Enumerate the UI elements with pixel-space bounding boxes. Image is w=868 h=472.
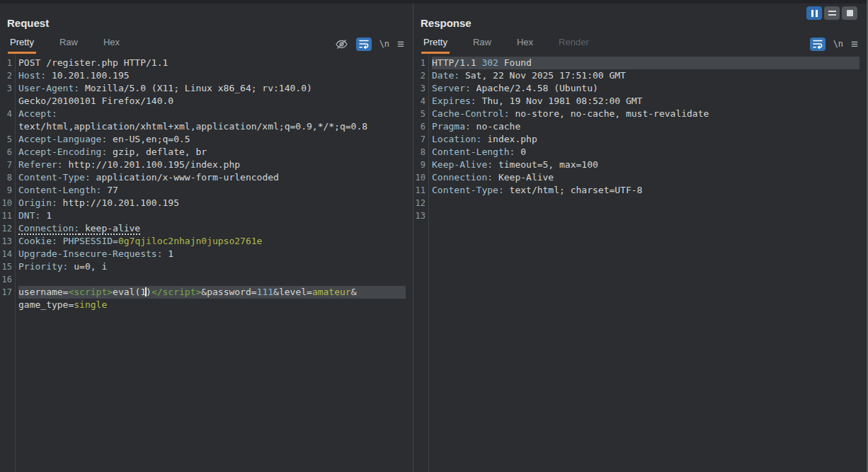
code-line[interactable]: 13 xyxy=(413,209,867,222)
request-menu-button[interactable]: ≡ xyxy=(397,38,404,50)
line-number: 17 xyxy=(0,286,12,299)
line-number: 3 xyxy=(413,82,426,95)
window-layout-controls xyxy=(806,6,857,20)
code-line[interactable]: 2Date: Sat, 22 Nov 2025 17:51:00 GMT xyxy=(413,69,867,82)
request-toolbar: \n ≡ xyxy=(335,38,404,51)
code-line[interactable]: 11Content-Type: text/html; charset=UTF-8 xyxy=(413,184,867,197)
code-line[interactable]: 6Accept-Encoding: gzip, deflate, br xyxy=(0,146,413,159)
code-line[interactable]: 9Keep-Alive: timeout=5, max=100 xyxy=(413,159,867,171)
code-line[interactable]: 11DNT: 1 xyxy=(0,209,413,222)
code-token: timeout=5, max=100 xyxy=(493,159,598,170)
tab-response-raw[interactable]: Raw xyxy=(471,37,493,54)
tab-response-pretty[interactable]: Pretty xyxy=(421,37,450,54)
code-line[interactable]: text/html,application/xhtml+xml,applicat… xyxy=(0,120,413,133)
line-number xyxy=(0,120,12,133)
code-line[interactable]: 13Cookie: PHPSESSID=0g7qjiloc2nhajn0jups… xyxy=(0,235,413,248)
code-token: Priority: xyxy=(18,261,68,272)
code-token: eval(1 xyxy=(113,287,146,297)
tab-request-hex[interactable]: Hex xyxy=(101,37,122,54)
newline-toggle-button[interactable]: \n xyxy=(379,39,389,49)
code-line[interactable]: 3User-Agent: Mozilla/5.0 (X11; Linux x86… xyxy=(0,82,413,95)
code-token: Gecko/20100101 Firefox/140.0 xyxy=(18,96,173,106)
request-tab-bar: Pretty Raw Hex xyxy=(0,34,413,54)
code-token: Date: xyxy=(432,70,459,81)
newline-icon: \n xyxy=(833,39,843,49)
line-number: 3 xyxy=(0,82,12,95)
code-line[interactable]: 3Server: Apache/2.4.58 (Ubuntu) xyxy=(413,82,867,95)
code-token: DNT: xyxy=(18,210,40,221)
code-line[interactable]: 8Content-Length: 0 xyxy=(413,146,867,159)
stop-square-icon xyxy=(847,10,853,16)
maximize-layout-button[interactable] xyxy=(842,6,857,20)
code-token: Content-Type: xyxy=(18,172,91,183)
code-token: text/html,application/xhtml+xml,applicat… xyxy=(18,121,367,132)
code-line[interactable]: 2Host: 10.201.100.195 xyxy=(0,69,413,82)
code-token: game_type= xyxy=(18,299,74,310)
tab-response-render: Render xyxy=(556,37,591,54)
code-line[interactable]: 1HTTP/1.1 302 Found xyxy=(413,57,867,69)
code-token: no-cache xyxy=(471,121,520,132)
code-line[interactable]: 10Connection: Keep-Alive xyxy=(413,171,867,184)
code-line[interactable]: 8Content-Type: application/x-www-form-ur… xyxy=(0,171,413,184)
split-layout-button[interactable] xyxy=(824,6,840,20)
code-line[interactable]: 7Referer: http://10.201.100.195/index.ph… xyxy=(0,159,413,171)
code-token: 10.201.100.195 xyxy=(46,70,129,81)
code-token: PHPSESSID= xyxy=(63,236,118,246)
code-token xyxy=(57,236,63,246)
line-number: 12 xyxy=(413,197,426,209)
code-token: username= xyxy=(18,287,68,297)
code-line[interactable]: 17username=<script>eval(1)</script>&pass… xyxy=(0,286,413,299)
response-editor[interactable]: 1HTTP/1.1 302 Found2Date: Sat, 22 Nov 20… xyxy=(413,54,867,472)
code-line[interactable]: 5Accept-Language: en-US,en;q=0.5 xyxy=(0,133,413,146)
response-tab-bar: Pretty Raw Hex Render \n ≡ xyxy=(413,34,867,54)
menu-icon: ≡ xyxy=(851,38,858,50)
code-line[interactable]: 1POST /register.php HTTP/1.1 xyxy=(0,57,413,69)
code-token: text/html; charset=UTF-8 xyxy=(504,185,643,195)
code-line[interactable]: 4Expires: Thu, 19 Nov 1981 08:52:00 GMT xyxy=(413,95,867,108)
word-wrap-toggle-button[interactable] xyxy=(810,38,826,51)
line-number xyxy=(0,299,12,311)
response-menu-button[interactable]: ≡ xyxy=(851,38,858,50)
code-line[interactable]: 6Pragma: no-cache xyxy=(413,120,867,133)
line-number: 5 xyxy=(0,133,12,146)
code-token: ) xyxy=(146,287,152,297)
code-token: Thu, 19 Nov 1981 08:52:00 GMT xyxy=(476,96,643,106)
pause-button[interactable] xyxy=(806,6,822,20)
newline-toggle-button[interactable]: \n xyxy=(833,39,843,49)
eye-off-icon xyxy=(335,38,348,50)
code-line[interactable]: 12Connection: keep-alive xyxy=(0,222,413,235)
code-line[interactable]: 12 xyxy=(413,197,867,209)
line-number: 4 xyxy=(0,108,12,120)
code-line[interactable]: Gecko/20100101 Firefox/140.0 xyxy=(0,95,413,108)
code-token: <script> xyxy=(68,287,113,297)
code-line[interactable]: 9Content-Length: 77 xyxy=(0,184,413,197)
code-line[interactable]: 10Origin: http://10.201.100.195 xyxy=(0,197,413,209)
response-panel: Response Pretty Raw Hex Render \n xyxy=(413,4,867,472)
code-token: POST /register.php HTTP/1.1 xyxy=(18,57,168,68)
word-wrap-toggle-button[interactable] xyxy=(356,38,372,51)
code-line[interactable]: 7Location: index.php xyxy=(413,133,867,146)
code-line[interactable]: 15Priority: u=0, i xyxy=(0,260,413,273)
line-number: 4 xyxy=(413,95,426,108)
tab-request-pretty[interactable]: Pretty xyxy=(8,37,36,54)
line-number: 15 xyxy=(0,260,12,273)
request-editor[interactable]: 1POST /register.php HTTP/1.12Host: 10.20… xyxy=(0,54,413,472)
code-token: keep-alive xyxy=(79,223,140,235)
tab-request-raw[interactable]: Raw xyxy=(57,37,80,54)
code-line[interactable]: 5Cache-Control: no-store, no-cache, must… xyxy=(413,108,867,120)
code-token: Content-Length: xyxy=(18,185,101,195)
code-line[interactable]: 4Accept: xyxy=(0,108,413,120)
nonprintable-toggle-button[interactable] xyxy=(335,38,348,50)
line-number: 8 xyxy=(0,171,12,184)
word-wrap-icon xyxy=(813,39,823,49)
code-line[interactable]: 16 xyxy=(0,273,413,286)
line-number: 2 xyxy=(0,69,12,82)
pause-icon xyxy=(811,10,818,17)
tab-response-hex[interactable]: Hex xyxy=(515,37,535,54)
code-token: application/x-www-form-urlencoded xyxy=(91,172,279,183)
code-line[interactable]: game_type=single xyxy=(0,299,413,311)
code-line[interactable]: 14Upgrade-Insecure-Requests: 1 xyxy=(0,248,413,260)
code-token: Content-Length: xyxy=(432,146,515,157)
code-token: 0 xyxy=(515,146,526,157)
code-token: Connection: xyxy=(432,172,493,183)
